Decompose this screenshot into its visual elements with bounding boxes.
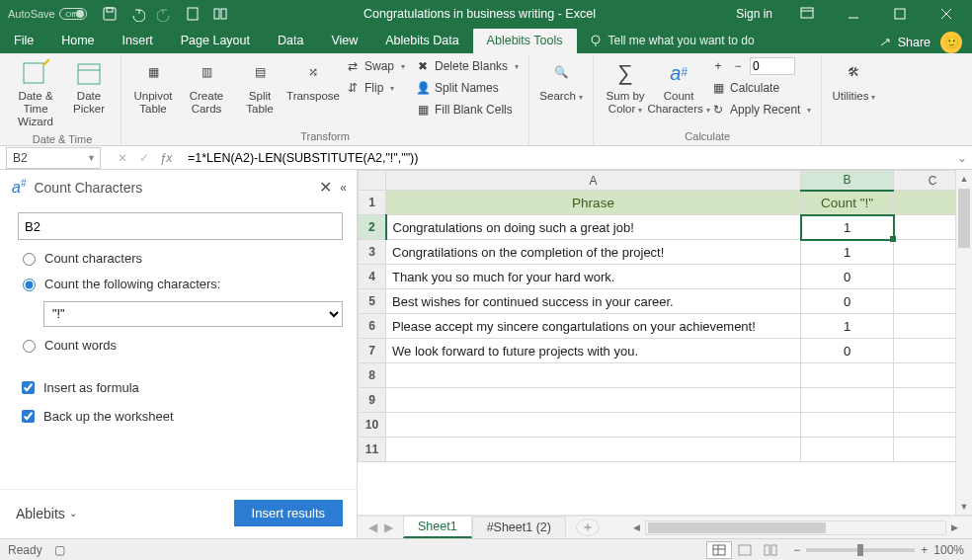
scroll-down-icon[interactable]: ▼: [956, 498, 972, 515]
save-icon[interactable]: [97, 2, 122, 26]
sign-in-link[interactable]: Sign in: [726, 7, 782, 21]
accept-formula-icon[interactable]: ✓: [134, 151, 154, 165]
cell-B1[interactable]: Count "!": [801, 191, 894, 215]
row-header-11[interactable]: 11: [359, 438, 386, 462]
range-input[interactable]: [18, 212, 343, 240]
horizontal-scrollbar[interactable]: ◀ ▶: [629, 520, 962, 535]
chk-backup-worksheet[interactable]: Back up the worksheet: [18, 407, 343, 426]
spreadsheet-grid[interactable]: A B C 1 Phrase Count "!" 2 Congratulatio…: [358, 170, 972, 462]
utilities-button[interactable]: 🛠Utilities: [828, 55, 879, 105]
fx-icon[interactable]: ƒx: [156, 151, 176, 165]
cell-A5[interactable]: Best wishes for continued success in you…: [386, 289, 801, 314]
page-layout-view-icon[interactable]: [732, 541, 758, 559]
zoom-out-icon[interactable]: −: [793, 543, 800, 557]
characters-select[interactable]: "!": [43, 301, 343, 327]
cell-A3[interactable]: Congratilations on the completion of the…: [386, 240, 801, 265]
number-input[interactable]: [750, 57, 795, 75]
close-icon[interactable]: [924, 0, 968, 28]
scroll-up-icon[interactable]: ▲: [956, 170, 972, 187]
close-panel-icon[interactable]: ✕: [319, 178, 332, 197]
collapse-panel-icon[interactable]: «: [340, 181, 347, 195]
cell-B2[interactable]: 1: [801, 215, 894, 240]
cell-A4[interactable]: Thank you so much for your hard work.: [386, 265, 801, 289]
sheet-nav-prev-icon[interactable]: ◀: [365, 520, 379, 534]
tab-ablebits-data[interactable]: Ablebits Data: [371, 29, 472, 53]
sheet-nav-next-icon[interactable]: ▶: [381, 520, 395, 534]
unpivot-table-button[interactable]: ▦Unpivot Table: [127, 55, 179, 118]
row-header-8[interactable]: 8: [359, 363, 386, 388]
new-icon[interactable]: [180, 2, 205, 26]
tab-page-layout[interactable]: Page Layout: [167, 29, 264, 53]
tell-me-search[interactable]: Tell me what you want to do: [577, 28, 767, 53]
cancel-formula-icon[interactable]: ✕: [113, 151, 132, 165]
inline-controls[interactable]: +−: [706, 55, 815, 77]
zoom-knob[interactable]: [857, 544, 863, 556]
scroll-right-icon[interactable]: ▶: [946, 522, 962, 532]
col-header-A[interactable]: A: [386, 171, 801, 191]
hscroll-thumb[interactable]: [648, 522, 826, 533]
transpose-button[interactable]: ⤮Transpose: [287, 55, 339, 105]
row-header-1[interactable]: 1: [359, 191, 386, 215]
apply-recent-button[interactable]: ↻Apply Recent: [706, 99, 815, 120]
ablebits-brand-link[interactable]: Ablebits ⌄: [16, 506, 77, 521]
swap-button[interactable]: ⇄Swap: [341, 55, 409, 77]
fill-blank-cells-button[interactable]: ▦Fill Blank Cells: [411, 99, 523, 120]
row-header-10[interactable]: 10: [359, 413, 386, 438]
formula-input[interactable]: [182, 151, 952, 165]
row-header-7[interactable]: 7: [359, 339, 386, 363]
share-button[interactable]: Share: [873, 33, 936, 52]
minimize-icon[interactable]: [831, 0, 875, 28]
row-header-3[interactable]: 3: [359, 240, 386, 265]
cell-A7[interactable]: We look forward to future projects with …: [386, 339, 801, 363]
search-button[interactable]: 🔍Search: [535, 55, 587, 105]
cell-B6[interactable]: 1: [801, 314, 894, 339]
add-sheet-button[interactable]: ＋: [576, 519, 600, 536]
col-header-B[interactable]: B: [801, 171, 894, 191]
chk-insert-as-formula[interactable]: Insert as formula: [18, 378, 343, 397]
row-header-2[interactable]: 2: [359, 215, 386, 240]
smiley-icon[interactable]: 🙂: [940, 32, 962, 53]
opt-count-words[interactable]: Count words: [18, 337, 343, 353]
zoom-level[interactable]: 100%: [933, 543, 964, 557]
scroll-left-icon[interactable]: ◀: [629, 522, 645, 532]
select-all-corner[interactable]: [359, 171, 386, 191]
ribbon-display-options-icon[interactable]: [784, 0, 829, 28]
vertical-scrollbar[interactable]: ▲ ▼: [955, 170, 972, 515]
insert-results-button[interactable]: Insert results: [234, 500, 343, 526]
autosave-toggle[interactable]: AutoSave Off: [8, 8, 87, 20]
tab-insert[interactable]: Insert: [109, 29, 167, 53]
redo-icon[interactable]: [152, 2, 178, 26]
cell-B3[interactable]: 1: [801, 240, 894, 265]
touch-mode-icon[interactable]: [207, 2, 233, 26]
tab-view[interactable]: View: [317, 29, 371, 53]
delete-blanks-button[interactable]: ✖Delete Blanks: [411, 55, 523, 77]
row-header-6[interactable]: 6: [359, 314, 386, 339]
count-characters-button[interactable]: a#Count Characters: [653, 55, 704, 118]
tab-ablebits-tools[interactable]: Ablebits Tools: [473, 29, 577, 53]
sheet-tab-sheet1[interactable]: Sheet1: [403, 516, 472, 538]
name-box[interactable]: B2 ▼: [6, 147, 101, 169]
tab-file[interactable]: File: [0, 29, 47, 53]
undo-icon[interactable]: [124, 2, 150, 26]
page-break-view-icon[interactable]: [758, 541, 783, 559]
cell-A2[interactable]: Congratulations on doing such a great jo…: [386, 215, 801, 240]
opt-count-characters[interactable]: Count characters: [18, 250, 343, 266]
cell-B5[interactable]: 0: [801, 289, 894, 314]
split-names-button[interactable]: 👤Split Names: [411, 77, 523, 99]
zoom-in-icon[interactable]: +: [921, 543, 928, 557]
tab-data[interactable]: Data: [264, 29, 317, 53]
cell-A6[interactable]: Please accept my sincere congartulations…: [386, 314, 801, 339]
macro-recorder-icon[interactable]: ▢: [54, 543, 65, 557]
maximize-icon[interactable]: [877, 0, 922, 28]
zoom-slider[interactable]: − + 100%: [793, 543, 964, 557]
cell-B7[interactable]: 0: [801, 339, 894, 363]
row-header-5[interactable]: 5: [359, 289, 386, 314]
split-table-button[interactable]: ▤Split Table: [234, 55, 285, 118]
date-time-wizard-button[interactable]: Date & Time Wizard: [10, 55, 61, 131]
row-header-4[interactable]: 4: [359, 265, 386, 289]
row-header-9[interactable]: 9: [359, 388, 386, 413]
create-cards-button[interactable]: ▥Create Cards: [181, 55, 232, 118]
scroll-thumb[interactable]: [958, 189, 970, 248]
date-picker-button[interactable]: Date Picker: [63, 55, 115, 118]
tab-home[interactable]: Home: [47, 29, 108, 53]
